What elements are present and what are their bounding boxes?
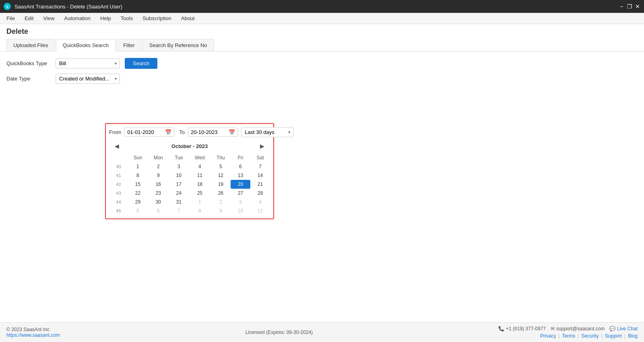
license-text: Licensed (Expires: 09-30-2024) — [246, 330, 313, 335]
to-date-input[interactable] — [191, 129, 227, 135]
from-date-wrapper[interactable]: 📅 — [124, 128, 174, 137]
calendar-day[interactable]: 16 — [148, 180, 169, 189]
main-content: QuickBooks Type Bill Invoice Payment Jou… — [0, 52, 644, 322]
calendar-day[interactable]: 29 — [128, 198, 148, 206]
calendar-day: 6 — [148, 206, 169, 215]
date-type-label: Date Type — [6, 76, 51, 82]
email-address: support@saasant.com — [556, 326, 605, 332]
menu-view[interactable]: View — [38, 14, 59, 23]
calendar-day: 9 — [211, 206, 231, 215]
tab-quickbooks-search[interactable]: QuickBooks Search — [56, 39, 116, 52]
close-button[interactable]: ✕ — [634, 3, 641, 10]
calendar-prev-button[interactable]: ◀ — [112, 142, 122, 150]
calendar-day[interactable]: 18 — [189, 180, 211, 189]
date-type-select[interactable]: Created or Modified... Created Date Modi… — [56, 74, 120, 84]
calendar-day[interactable]: 1 — [128, 162, 148, 171]
calendar-day[interactable]: 5 — [211, 162, 231, 171]
from-date-input[interactable] — [127, 129, 163, 135]
copyright-text: © 2023 SaasAnt Inc — [6, 327, 60, 332]
calendar-day[interactable]: 11 — [189, 171, 211, 180]
live-chat-button[interactable]: 💬 Live Chat — [609, 326, 638, 332]
calendar-day[interactable]: 31 — [169, 198, 189, 206]
week-num-header — [109, 153, 128, 162]
app-logo: S — [3, 2, 11, 10]
support-link[interactable]: Support — [605, 333, 622, 339]
blog-link[interactable]: Blog — [628, 333, 638, 339]
calendar-day[interactable]: 8 — [128, 171, 148, 180]
day-header-thu: Thu — [211, 153, 231, 162]
calendar-day[interactable]: 20 — [231, 180, 250, 189]
tab-uploaded-files[interactable]: Uploaded Files — [6, 39, 55, 51]
tabs: Uploaded Files QuickBooks Search Filter … — [6, 39, 638, 51]
calendar-day[interactable]: 6 — [231, 162, 250, 171]
calendar-day: 10 — [231, 206, 250, 215]
calendar-day: 1 — [189, 198, 211, 206]
page-header: Delete Uploaded Files QuickBooks Search … — [0, 24, 644, 52]
calendar-day[interactable]: 21 — [250, 180, 270, 189]
calendar-day[interactable]: 15 — [128, 180, 148, 189]
window-controls: − ❐ ✕ — [618, 3, 641, 10]
restore-button[interactable]: ❐ — [626, 3, 633, 10]
menu-help[interactable]: Help — [95, 14, 116, 23]
calendar-day[interactable]: 17 — [169, 180, 189, 189]
calendar-day[interactable]: 13 — [231, 171, 250, 180]
privacy-link[interactable]: Privacy — [540, 333, 556, 339]
calendar-day[interactable]: 3 — [169, 162, 189, 171]
calendar-day[interactable]: 27 — [231, 189, 250, 198]
minimize-button[interactable]: − — [618, 3, 625, 10]
menu-about[interactable]: About — [176, 14, 200, 23]
calendar-day: 5 — [128, 206, 148, 215]
tab-search-by-reference[interactable]: Search By Reference No — [142, 39, 214, 51]
phone-number: +1 (619) 377-0977 — [506, 326, 546, 332]
day-header-fri: Fri — [231, 153, 250, 162]
calendar-next-button[interactable]: ▶ — [258, 142, 267, 150]
footer-contacts: 📞 +1 (619) 377-0977 ✉ support@saasant.co… — [498, 326, 638, 332]
calendar-day[interactable]: 23 — [148, 189, 169, 198]
tab-filter[interactable]: Filter — [116, 39, 142, 51]
menu-edit[interactable]: Edit — [20, 14, 38, 23]
menu-file[interactable]: File — [2, 14, 20, 23]
phone-contact: 📞 +1 (619) 377-0977 — [498, 326, 546, 332]
calendar-day[interactable]: 10 — [169, 171, 189, 180]
from-calendar-icon[interactable]: 📅 — [165, 129, 171, 135]
calendar-day[interactable]: 7 — [250, 162, 270, 171]
range-select[interactable]: Last 30 days Last 7 days Last 60 days La… — [241, 127, 293, 137]
quickbooks-type-select[interactable]: Bill Invoice Payment Journal Entry Check — [56, 58, 120, 68]
week-number: 45 — [109, 206, 128, 215]
calendar-day[interactable]: 22 — [128, 189, 148, 198]
calendar-day: 7 — [169, 206, 189, 215]
website-link[interactable]: https://www.saasant.com — [6, 332, 60, 338]
quickbooks-type-row: QuickBooks Type Bill Invoice Payment Jou… — [6, 58, 638, 69]
calendar-day[interactable]: 19 — [211, 180, 231, 189]
to-calendar-icon[interactable]: 📅 — [229, 129, 235, 135]
calendar-day[interactable]: 24 — [169, 189, 189, 198]
menu-subscription[interactable]: Subscription — [138, 14, 176, 23]
calendar-header: ◀ October - 2023 ▶ — [109, 140, 270, 152]
to-date-wrapper[interactable]: 📅 — [188, 128, 238, 137]
search-button[interactable]: Search — [125, 58, 157, 69]
calendar-day[interactable]: 2 — [148, 162, 169, 171]
day-header-sun: Sun — [128, 153, 148, 162]
menu-automation[interactable]: Automation — [59, 14, 95, 23]
calendar-day[interactable]: 4 — [189, 162, 211, 171]
security-link[interactable]: Security — [581, 333, 599, 339]
terms-link[interactable]: Terms — [562, 333, 576, 339]
calendar-day: 11 — [250, 206, 270, 215]
from-label: From — [109, 129, 121, 135]
phone-icon: 📞 — [498, 326, 504, 332]
calendar-day[interactable]: 12 — [211, 171, 231, 180]
calendar-day[interactable]: 26 — [211, 189, 231, 198]
menu-tools[interactable]: Tools — [116, 14, 138, 23]
calendar-day: 3 — [231, 198, 250, 206]
calendar-day[interactable]: 14 — [250, 171, 270, 180]
title-bar-left: S SaasAnt Transactions - Delete (SaasAnt… — [3, 2, 122, 10]
day-header-mon: Mon — [148, 153, 169, 162]
to-label: To — [179, 129, 185, 135]
calendar-container: From 📅 To 📅 Last 30 days Last 7 days Las… — [105, 123, 274, 219]
quickbooks-type-select-wrapper: Bill Invoice Payment Journal Entry Check — [56, 58, 120, 68]
calendar-day[interactable]: 28 — [250, 189, 270, 198]
calendar-day[interactable]: 30 — [148, 198, 169, 206]
calendar-day[interactable]: 25 — [189, 189, 211, 198]
week-number: 43 — [109, 189, 128, 198]
calendar-day[interactable]: 9 — [148, 171, 169, 180]
